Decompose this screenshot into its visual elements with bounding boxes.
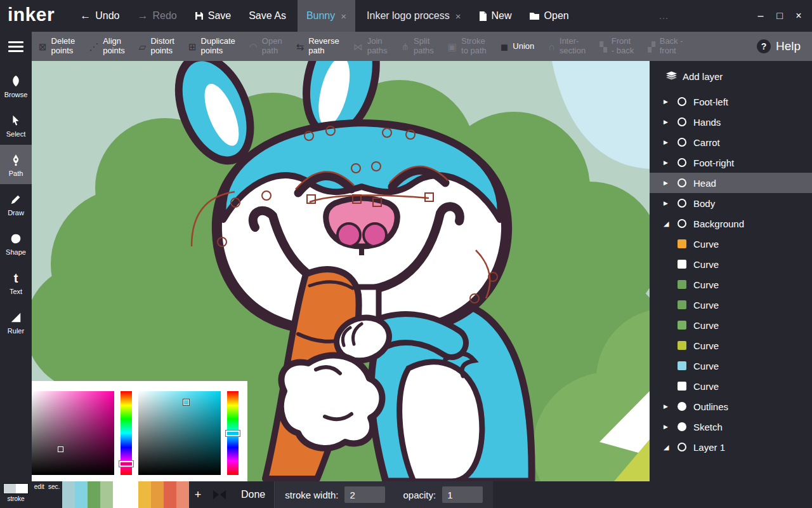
done-button[interactable]: Done — [232, 481, 274, 508]
expand-triangle-icon[interactable]: ▶ — [664, 424, 672, 430]
tab-close-icon[interactable]: × — [455, 11, 461, 22]
layer-row-carrot[interactable]: ▶ Carrot — [650, 132, 812, 152]
edit-color-toggle[interactable]: edit — [34, 483, 44, 508]
toolbar-button-back-front[interactable]: ▞ Back -front — [641, 32, 690, 61]
save-as-button[interactable]: Save As — [240, 0, 295, 32]
opacity-input[interactable]: 1 — [442, 486, 483, 503]
overflow-menu[interactable]: … — [658, 10, 670, 22]
layer-icon[interactable] — [678, 321, 686, 330]
toolbar-button-align-points[interactable]: ⋰ Alignpoints — [82, 32, 132, 61]
layer-row-foot-left[interactable]: ▶ Foot-left — [650, 91, 812, 112]
toolbar-button-intersection[interactable]: ∩ Inter-section — [541, 32, 593, 61]
layer-row-curve[interactable]: Curve — [650, 254, 812, 274]
open-button[interactable]: Open — [521, 0, 578, 32]
layer-icon[interactable] — [678, 97, 686, 106]
stroke-color-swatch[interactable] — [3, 483, 29, 494]
expand-triangle-icon[interactable]: ▶ — [664, 139, 672, 145]
toolbar-button-union[interactable]: ◼ Union — [494, 32, 541, 61]
layer-icon[interactable] — [678, 199, 686, 208]
sv-cursor-primary[interactable] — [58, 446, 63, 452]
tab-inker-logo-process[interactable]: Inker logo process × — [358, 0, 470, 32]
stroke-width-input[interactable]: 2 — [344, 486, 385, 503]
expand-triangle-icon[interactable]: ◢ — [664, 443, 672, 451]
toolbar-button-split-paths[interactable]: ⋔ Splitpaths — [394, 32, 440, 61]
tab-bunny[interactable]: Bunny × — [298, 0, 355, 32]
palette-swatch-6[interactable] — [138, 481, 151, 508]
minimize-button[interactable]: – — [751, 0, 770, 32]
tab-close-icon[interactable]: × — [341, 11, 346, 22]
layer-icon[interactable] — [678, 361, 686, 370]
toolbar-button-distort-points[interactable]: ▱ Distortpoints — [132, 32, 181, 61]
save-button[interactable]: Save — [186, 0, 240, 32]
tool-select[interactable]: Select — [0, 105, 32, 145]
toolbar-button-join-paths[interactable]: ⋈ Joinpaths — [346, 32, 395, 61]
redo-button[interactable]: → Redo — [128, 0, 185, 32]
layer-icon[interactable] — [678, 117, 686, 126]
palette-swatch-0[interactable] — [62, 481, 75, 508]
layer-row-head[interactable]: ▶ Head — [650, 173, 812, 193]
palette-swatch-1[interactable] — [75, 481, 88, 508]
tool-draw[interactable]: Draw — [0, 184, 32, 224]
undo-button[interactable]: ← Undo — [71, 0, 128, 32]
hue-cursor-primary[interactable] — [119, 461, 133, 467]
hue-cursor-secondary[interactable] — [226, 431, 240, 436]
hue-bar-primary[interactable] — [121, 391, 132, 475]
expand-triangle-icon[interactable]: ▶ — [664, 403, 672, 410]
sv-square-secondary[interactable] — [138, 391, 221, 475]
add-layer-button[interactable]: Add layer — [650, 61, 812, 91]
layer-row-curve[interactable]: Curve — [650, 376, 812, 396]
palette-swatch-5[interactable] — [126, 481, 138, 508]
expand-triangle-icon[interactable]: ▶ — [664, 180, 672, 186]
expand-triangle-icon[interactable]: ▶ — [664, 200, 672, 206]
palette-swatch-7[interactable] — [151, 481, 164, 508]
palette-swatch-2[interactable] — [88, 481, 100, 508]
canvas[interactable] — [32, 61, 650, 481]
layer-row-foot-right[interactable]: ▶ Foot-right — [650, 152, 812, 173]
toolbar-button-open-path[interactable]: ◠ Openpath — [242, 32, 289, 61]
tool-text[interactable]: t Text — [0, 263, 32, 302]
layer-icon[interactable] — [678, 280, 686, 289]
layer-icon[interactable] — [678, 260, 686, 269]
toolbar-button-reverse-path[interactable]: ⇆ Reversepath — [289, 32, 346, 61]
layer-row-layer-1[interactable]: ◢ Layer 1 — [650, 437, 812, 457]
tool-ruler[interactable]: Ruler — [0, 302, 32, 342]
layer-row-curve[interactable]: Curve — [650, 315, 812, 335]
layer-row-sketch[interactable]: ▶ Sketch — [650, 417, 812, 437]
sv-cursor-secondary[interactable] — [183, 399, 189, 405]
tool-browse[interactable]: Browse — [0, 66, 32, 105]
expand-triangle-icon[interactable]: ▶ — [664, 159, 672, 166]
toolbar-button-delete-points[interactable]: ⊠ Deletepoints — [32, 32, 82, 61]
layer-row-curve[interactable]: Curve — [650, 234, 812, 254]
layer-row-curve[interactable]: Curve — [650, 295, 812, 315]
layer-icon[interactable] — [678, 422, 686, 431]
layer-icon[interactable] — [678, 219, 686, 228]
layer-row-curve[interactable]: Curve — [650, 335, 812, 356]
palette-swatch-8[interactable] — [164, 481, 176, 508]
expand-triangle-icon[interactable]: ▶ — [664, 119, 672, 125]
tool-path[interactable]: Path — [0, 145, 32, 184]
layer-row-hands[interactable]: ▶ Hands — [650, 112, 812, 132]
layer-icon[interactable] — [678, 158, 686, 167]
toolbar-button-stroke-to-path[interactable]: ▣ Stroketo path — [441, 32, 494, 61]
layer-row-background[interactable]: ◢ Background — [650, 213, 812, 234]
layer-icon[interactable] — [678, 239, 686, 248]
layer-icon[interactable] — [678, 402, 686, 411]
layer-icon[interactable] — [678, 382, 686, 391]
menu-button[interactable] — [0, 32, 32, 61]
layer-icon[interactable] — [678, 138, 686, 147]
toolbar-button-front-back[interactable]: ▚ Front- back — [593, 32, 641, 61]
secondary-color-toggle[interactable]: sec. — [48, 483, 60, 508]
palette-swatch-3[interactable] — [100, 481, 113, 508]
hue-bar-secondary[interactable] — [227, 391, 239, 475]
expand-triangle-icon[interactable]: ▶ — [664, 98, 672, 105]
stroke-color-cell[interactable]: stroke — [0, 481, 32, 508]
add-swatch-button[interactable]: + — [189, 481, 207, 508]
sv-square-primary[interactable] — [32, 391, 114, 475]
layer-icon[interactable] — [678, 341, 686, 350]
layer-row-body[interactable]: ▶ Body — [650, 193, 812, 213]
palette-swatch-4[interactable] — [113, 481, 126, 508]
layer-icon[interactable] — [678, 443, 686, 451]
close-button[interactable]: × — [789, 0, 808, 32]
expand-triangle-icon[interactable]: ◢ — [664, 220, 672, 228]
maximize-button[interactable]: □ — [770, 0, 789, 32]
